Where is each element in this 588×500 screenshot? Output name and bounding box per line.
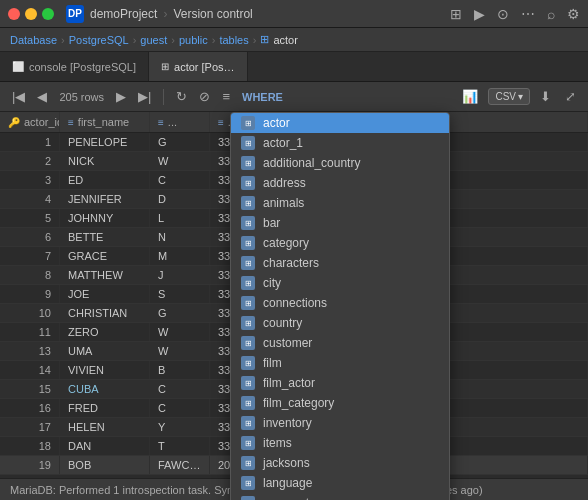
breadcrumb-database[interactable]: Database — [10, 34, 57, 46]
breadcrumb-postgresql[interactable]: PostgreSQL — [69, 34, 129, 46]
table-icon: ⊞ — [241, 236, 255, 250]
header-col3[interactable]: ≡ ... — [150, 112, 210, 132]
dropdown-label: additional_country — [263, 156, 360, 170]
cell-col3: B — [150, 361, 210, 379]
dropdown-item-country[interactable]: ⊞ country — [231, 313, 449, 333]
dropdown-item-characters[interactable]: ⊞ characters — [231, 253, 449, 273]
tab-console[interactable]: ⬜ console [PostgreSQL] — [0, 52, 149, 81]
dropdown-item-additional-country[interactable]: ⊞ additional_country — [231, 153, 449, 173]
table-icon: ⊞ — [241, 416, 255, 430]
cell-id: 6 — [0, 228, 60, 246]
more-icon[interactable]: ⋯ — [521, 6, 535, 22]
dropdown-item-customer[interactable]: ⊞ customer — [231, 333, 449, 353]
dropdown-label: items — [263, 436, 292, 450]
dropdown-item-animals[interactable]: ⊞ animals — [231, 193, 449, 213]
table-icon: ⊞ — [241, 476, 255, 490]
breadcrumb-public[interactable]: public — [179, 34, 208, 46]
toolbar: |◀ ◀ 205 rows ▶ ▶| ↻ ⊘ ≡ WHERE 📊 CSV ▾ ⬇… — [0, 82, 588, 112]
breadcrumb-guest[interactable]: guest — [140, 34, 167, 46]
cell-col3: W — [150, 323, 210, 341]
table-icon: ⊞ — [241, 436, 255, 450]
dropdown-item-items[interactable]: ⊞ items — [231, 433, 449, 453]
dropdown-item-category[interactable]: ⊞ category — [231, 233, 449, 253]
dropdown-item-film-category[interactable]: ⊞ film_category — [231, 393, 449, 413]
header-actor-id[interactable]: 🔑 actor_id — [0, 112, 60, 132]
folder-icon[interactable]: ⊙ — [497, 6, 509, 22]
dropdown-label: payment — [263, 496, 309, 500]
cell-id: 1 — [0, 133, 60, 151]
cell-col3: L — [150, 209, 210, 227]
tab-console-label: console [PostgreSQL] — [29, 61, 136, 73]
table-icon: ⊞ — [241, 216, 255, 230]
tabbar: ⬜ console [PostgreSQL] ⊞ actor [Pos… — [0, 52, 588, 82]
cell-first-name: HELEN — [60, 418, 150, 436]
csv-button[interactable]: CSV ▾ — [488, 88, 530, 105]
refresh-button[interactable]: ↻ — [172, 87, 191, 106]
table-icon: ⊞ — [241, 276, 255, 290]
toolbar-right: 📊 CSV ▾ ⬇ ⤢ — [458, 87, 580, 106]
cell-id: 9 — [0, 285, 60, 303]
table-dropdown[interactable]: ⊞ actor ⊞ actor_1 ⊞ additional_country ⊞… — [230, 112, 450, 500]
dropdown-item-jacksons[interactable]: ⊞ jacksons — [231, 453, 449, 473]
cell-first-name: BETTE — [60, 228, 150, 246]
settings-icon[interactable]: ⚙ — [567, 6, 580, 22]
maximize-button[interactable] — [42, 8, 54, 20]
dropdown-item-language[interactable]: ⊞ language — [231, 473, 449, 493]
download-button[interactable]: ⬇ — [536, 87, 555, 106]
cell-col3: G — [150, 304, 210, 322]
chart-button[interactable]: 📊 — [458, 87, 482, 106]
dropdown-item-film[interactable]: ⊞ film — [231, 353, 449, 373]
cell-first-name: VIVIEN — [60, 361, 150, 379]
cell-id: 18 — [0, 437, 60, 455]
main-content: 🔑 actor_id ≡ first_name ≡ ... ≡ ... ≡ fu… — [0, 112, 588, 478]
minimize-button[interactable] — [25, 8, 37, 20]
cell-col3: G — [150, 133, 210, 151]
dropdown-item-city[interactable]: ⊞ city — [231, 273, 449, 293]
nav-next-button[interactable]: ▶ — [112, 87, 130, 106]
table-icon: ⊞ — [241, 456, 255, 470]
app-icon: DP — [66, 5, 84, 23]
nav-prev-button[interactable]: ◀ — [33, 87, 51, 106]
dropdown-item-payment[interactable]: ⊞ payment — [231, 493, 449, 500]
expand-button[interactable]: ⤢ — [561, 87, 580, 106]
dropdown-item-bar[interactable]: ⊞ bar — [231, 213, 449, 233]
play-icon[interactable]: ▶ — [474, 6, 485, 22]
cell-col3: W — [150, 152, 210, 170]
dropdown-label: address — [263, 176, 306, 190]
tab-actor[interactable]: ⊞ actor [Pos… — [149, 52, 248, 81]
cell-id: 5 — [0, 209, 60, 227]
table-icon: ⊞ — [241, 496, 255, 500]
cell-col3: Y — [150, 418, 210, 436]
titlebar-actions: ⊞ ▶ ⊙ ⋯ ⌕ ⚙ — [450, 6, 580, 22]
cell-first-name: CUBA — [60, 380, 150, 398]
dropdown-item-actor[interactable]: ⊞ actor — [231, 113, 449, 133]
dropdown-item-actor1[interactable]: ⊞ actor_1 — [231, 133, 449, 153]
breadcrumb-tables[interactable]: tables — [219, 34, 248, 46]
search-icon[interactable]: ⌕ — [547, 6, 555, 22]
filter-button[interactable]: ⊘ — [195, 87, 214, 106]
dropdown-item-connections[interactable]: ⊞ connections — [231, 293, 449, 313]
toolbar-separator — [163, 89, 164, 105]
cell-id: 8 — [0, 266, 60, 284]
dropdown-label: actor — [263, 116, 290, 130]
grid-icon[interactable]: ⊞ — [450, 6, 462, 22]
cell-id: 14 — [0, 361, 60, 379]
col-icon-2: ≡ — [158, 117, 164, 128]
table-icon: ⊞ — [241, 356, 255, 370]
dropdown-item-inventory[interactable]: ⊞ inventory — [231, 413, 449, 433]
header-first-name[interactable]: ≡ first_name — [60, 112, 150, 132]
dropdown-item-address[interactable]: ⊞ address — [231, 173, 449, 193]
dropdown-label: city — [263, 276, 281, 290]
columns-button[interactable]: ≡ — [218, 87, 234, 106]
close-button[interactable] — [8, 8, 20, 20]
dropdown-label: category — [263, 236, 309, 250]
nav-last-button[interactable]: ▶| — [134, 87, 155, 106]
breadcrumb-actor[interactable]: actor — [273, 34, 297, 46]
table-icon: ⊞ — [161, 61, 169, 72]
key-icon: 🔑 — [8, 117, 20, 128]
dropdown-item-film-actor[interactable]: ⊞ film_actor — [231, 373, 449, 393]
table-icon: ⊞ — [241, 396, 255, 410]
nav-first-button[interactable]: |◀ — [8, 87, 29, 106]
titlebar: DP demoProject › Version control ⊞ ▶ ⊙ ⋯… — [0, 0, 588, 28]
dropdown-label: jacksons — [263, 456, 310, 470]
